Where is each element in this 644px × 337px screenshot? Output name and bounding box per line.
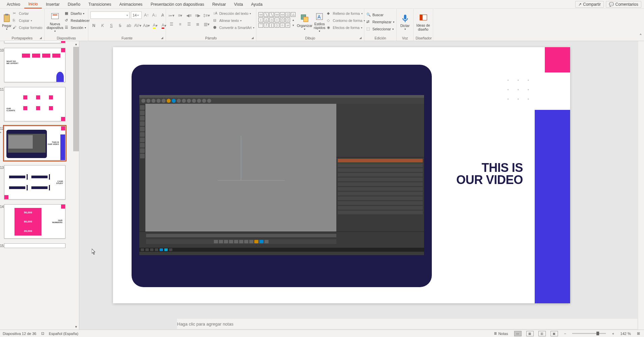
select-button[interactable]: ⬚Seleccionar▾ bbox=[366, 26, 394, 32]
replace-button[interactable]: ⇄Reemplazar ▾ bbox=[366, 19, 394, 25]
zoom-out-button[interactable]: − bbox=[563, 332, 567, 336]
italic-button[interactable]: K bbox=[99, 22, 106, 29]
new-slide-icon bbox=[50, 12, 60, 21]
slide-thumbnail-10[interactable]: 10 WHAT DOWE OFFER? bbox=[4, 48, 72, 82]
dictate-button[interactable]: Dictar▾ bbox=[399, 10, 411, 34]
columns-button[interactable]: ▥▾ bbox=[203, 21, 210, 28]
accessibility-icon[interactable]: ⊡ bbox=[41, 331, 44, 336]
slide-thumbnail-12[interactable]: 12 * THIS ISOUR VIDEO bbox=[4, 126, 72, 160]
font-dialog-launcher[interactable]: ◢ bbox=[161, 36, 165, 40]
decrease-indent-button[interactable]: ◀≡ bbox=[186, 12, 192, 19]
justify-button[interactable]: ≣ bbox=[194, 21, 201, 28]
scrollbar-handle[interactable] bbox=[73, 47, 79, 151]
strike-button[interactable]: S̶ bbox=[117, 22, 123, 29]
slide-title-text[interactable]: THIS IS OUR VIDEO bbox=[456, 162, 523, 186]
tab-animaciones[interactable]: Animaciones bbox=[115, 1, 147, 8]
collapse-ribbon-button[interactable]: ˄ bbox=[637, 9, 644, 41]
layout-button[interactable]: ▦Diseño▾ bbox=[65, 10, 90, 17]
tab-archivo[interactable]: Archivo bbox=[3, 1, 24, 8]
clipboard-dialog-launcher[interactable]: ◢ bbox=[39, 36, 44, 40]
scroll-up-button[interactable]: ▲ bbox=[73, 41, 79, 47]
align-right-button[interactable]: ☰ bbox=[186, 21, 192, 28]
layout-icon: ▦ bbox=[65, 11, 69, 16]
format-painter-button[interactable]: 🖌Copiar formato bbox=[13, 24, 42, 31]
slideshow-view-button[interactable]: ▣ bbox=[551, 331, 558, 336]
cut-button[interactable]: ✂Cortar bbox=[13, 10, 42, 17]
arrange-button[interactable]: Organizar▾ bbox=[297, 10, 312, 34]
decrease-font-button[interactable]: A↓ bbox=[151, 12, 158, 19]
new-slide-button[interactable]: Nueva diapositiva▾ bbox=[47, 10, 63, 34]
text-direction-button[interactable]: ↕ADirección del texto▾ bbox=[213, 10, 254, 17]
reset-icon: ↺ bbox=[65, 18, 69, 23]
copy-button[interactable]: ⎘Copiar ▾ bbox=[13, 17, 42, 24]
font-family-combo[interactable]: ▾ bbox=[90, 11, 130, 19]
paste-button[interactable]: Pegar▾ bbox=[2, 10, 11, 34]
share-button[interactable]: ↗Compartir bbox=[575, 1, 604, 8]
change-case-button[interactable]: Aa▾ bbox=[143, 22, 150, 29]
slide-thumbnail-13[interactable]: 13 CASESTUDY bbox=[4, 165, 72, 200]
comments-button[interactable]: 💬Comentarios bbox=[606, 1, 641, 8]
find-button[interactable]: 🔍Buscar bbox=[366, 11, 394, 18]
tab-insertar[interactable]: Insertar bbox=[42, 1, 64, 8]
tab-inicio[interactable]: Inicio bbox=[24, 0, 42, 8]
fit-to-window-button[interactable]: ⊞ bbox=[636, 331, 641, 336]
highlight-button[interactable]: A▾ bbox=[152, 22, 159, 29]
slide-thumbnail[interactable] bbox=[4, 41, 72, 43]
shapes-gallery[interactable]: ▭╲╲▭▭◻△ ↕△◇○⬠⬡▴ ⌒⤴{}☆▱▾ bbox=[258, 12, 296, 28]
tab-diseno[interactable]: Diseño bbox=[64, 1, 84, 8]
sorter-view-button[interactable]: ▦ bbox=[526, 331, 534, 336]
slide-thumbnail-14[interactable]: 14 50,00080,00020,000 OURNUMBERS bbox=[4, 204, 72, 239]
shape-fill-button[interactable]: ◆Relleno de forma▾ bbox=[327, 10, 365, 17]
zoom-slider[interactable] bbox=[572, 333, 606, 334]
scroll-down-button[interactable]: ▼ bbox=[73, 324, 79, 330]
svg-rect-5 bbox=[304, 17, 308, 22]
line-spacing-button[interactable]: ‡≡▾ bbox=[203, 12, 210, 19]
increase-indent-button[interactable]: ≡▶ bbox=[194, 12, 201, 19]
clear-format-button[interactable]: A̷ bbox=[159, 12, 166, 19]
zoom-level[interactable]: 142 % bbox=[620, 332, 631, 336]
tab-transiciones[interactable]: Transiciones bbox=[84, 1, 115, 8]
increase-font-button[interactable]: A↑ bbox=[143, 12, 150, 19]
shadow-button[interactable]: ab bbox=[125, 22, 132, 29]
decoration-square-pink[interactable] bbox=[545, 47, 570, 72]
section-button[interactable]: ☰Sección▾ bbox=[65, 24, 90, 31]
notes-icon: ≣ bbox=[494, 331, 497, 336]
font-size-combo[interactable]: 14▾ bbox=[131, 11, 142, 19]
numbering-button[interactable]: ≡▾ bbox=[177, 12, 184, 19]
underline-button[interactable]: S bbox=[108, 22, 115, 29]
zoom-in-button[interactable]: + bbox=[611, 332, 615, 336]
tab-vista[interactable]: Vista bbox=[230, 1, 247, 8]
quick-styles-button[interactable]: A Estilos rápidos▾ bbox=[314, 10, 325, 34]
bullets-button[interactable]: ≔▾ bbox=[168, 12, 175, 19]
bold-button[interactable]: N bbox=[90, 22, 97, 29]
paragraph-dialog-launcher[interactable]: ◢ bbox=[251, 36, 255, 40]
slide-thumbnail-11[interactable]: 11 OURCLIENTS bbox=[4, 87, 72, 121]
language-indicator[interactable]: Español (España) bbox=[49, 332, 78, 336]
decoration-column-blue[interactable] bbox=[535, 110, 570, 303]
shape-effects-button[interactable]: ◉Efectos de forma▾ bbox=[327, 24, 365, 31]
slide-thumbnail-15[interactable]: 15 bbox=[4, 243, 72, 248]
drawing-dialog-launcher[interactable]: ◢ bbox=[359, 36, 363, 40]
notes-pane[interactable]: Haga clic para agregar notas bbox=[177, 319, 637, 329]
tab-revisar[interactable]: Revisar bbox=[208, 1, 230, 8]
tab-presentacion[interactable]: Presentación con diapositivas bbox=[146, 1, 208, 8]
reading-view-button[interactable]: ▥ bbox=[538, 331, 546, 336]
align-center-button[interactable]: ≡ bbox=[177, 21, 184, 28]
zoom-slider-handle[interactable] bbox=[596, 332, 599, 335]
tab-ayuda[interactable]: Ayuda bbox=[247, 1, 267, 8]
video-placeholder-frame[interactable] bbox=[132, 65, 432, 287]
shape-outline-button[interactable]: ◇Contorno de forma▾ bbox=[327, 17, 365, 24]
convert-smartart-button[interactable]: ⬢Convertir a SmartArt▾ bbox=[213, 24, 254, 31]
normal-view-button[interactable]: ▭ bbox=[514, 331, 522, 336]
select-icon: ⬚ bbox=[366, 27, 371, 31]
reset-button[interactable]: ↺Restablecer bbox=[65, 17, 90, 24]
notes-toggle-button[interactable]: ≣Notas bbox=[493, 331, 509, 336]
thumbnails-scrollbar[interactable]: ▲ ▼ bbox=[73, 41, 79, 330]
char-spacing-button[interactable]: AV▾ bbox=[134, 22, 141, 29]
slide-canvas-area[interactable]: THIS IS OUR VIDEO Haga clic para agregar… bbox=[79, 41, 644, 330]
slide-canvas[interactable]: THIS IS OUR VIDEO bbox=[113, 47, 570, 303]
align-left-button[interactable]: ☰ bbox=[168, 21, 175, 28]
align-text-button[interactable]: ⊟Alinear texto▾ bbox=[213, 17, 254, 24]
canvas-scrollbar-vertical[interactable] bbox=[638, 41, 644, 330]
design-ideas-button[interactable]: Ideas de diseño bbox=[416, 10, 431, 34]
